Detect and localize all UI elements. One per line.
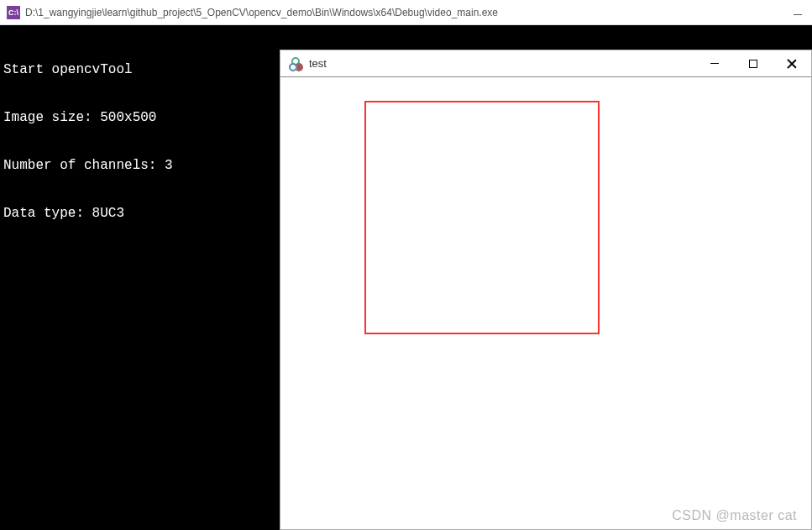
watermark-text: CSDN @master cat (672, 508, 797, 523)
opencv-window-titlebar[interactable]: test (280, 50, 811, 77)
opencv-logo-icon (289, 57, 302, 71)
opencv-image-canvas (280, 77, 811, 529)
close-icon (787, 59, 797, 69)
opencv-window-controls (695, 50, 811, 76)
app-icon: C:\ (7, 6, 20, 19)
maximize-button[interactable] (734, 50, 773, 76)
minimize-button[interactable] (695, 50, 734, 76)
main-window-title: D:\1_wangyingjie\learn\github_project\5_… (25, 7, 794, 18)
opencv-window-title: test (309, 57, 695, 70)
maximize-icon (749, 60, 757, 68)
minimize-icon (710, 63, 719, 64)
main-window-titlebar: C:\ D:\1_wangyingjie\learn\github_projec… (0, 0, 812, 25)
opencv-image-window: test (280, 50, 812, 530)
drawn-rectangle (364, 101, 600, 334)
main-window-controls (794, 12, 805, 13)
close-button[interactable] (773, 50, 811, 76)
minimize-icon[interactable] (794, 14, 802, 15)
